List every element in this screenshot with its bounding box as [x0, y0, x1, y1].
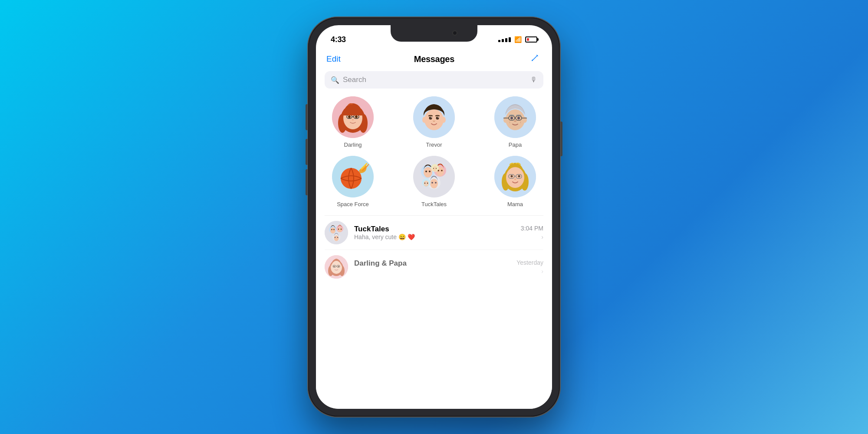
- contact-name-darling: Darling: [344, 141, 362, 148]
- contact-name-mama: Mama: [507, 201, 523, 207]
- svg-point-22: [523, 117, 527, 123]
- msg-avatar-tucktales: [325, 221, 348, 244]
- chevron-right-icon-2: ›: [541, 268, 543, 275]
- contact-name-spaceforce: Space Force: [337, 201, 369, 207]
- svg-point-84: [338, 266, 339, 267]
- phone-body: 4:33 📶: [308, 17, 560, 417]
- camera-dot: [452, 30, 457, 36]
- search-icon: 🔍: [331, 76, 339, 84]
- search-placeholder: Search: [343, 76, 527, 84]
- svg-point-77: [337, 237, 338, 238]
- svg-point-12: [424, 109, 444, 130]
- edit-button[interactable]: Edit: [326, 54, 341, 64]
- msg-preview-text-2: [354, 268, 510, 275]
- msg-time-2: Yesterday: [516, 259, 543, 266]
- screen: 4:33 📶: [316, 25, 552, 409]
- svg-point-15: [429, 117, 432, 120]
- msg-time: 3:04 PM: [521, 225, 543, 232]
- svg-point-72: [338, 229, 339, 230]
- msg-meta-tucktales: 3:04 PM ›: [521, 225, 543, 240]
- svg-point-13: [422, 117, 427, 123]
- svg-point-49: [427, 183, 428, 184]
- notch: [391, 25, 477, 42]
- messages-app: Edit Messages: [316, 48, 552, 409]
- status-time: 4:33: [331, 35, 346, 44]
- avatar-papa: [494, 96, 536, 138]
- svg-point-45: [435, 182, 437, 184]
- svg-point-24: [517, 117, 520, 119]
- avatar-trevor: [413, 96, 455, 138]
- msg-avatar-darling-papa: [325, 255, 348, 279]
- svg-point-76: [335, 237, 335, 238]
- phone-frame: 4:33 📶: [308, 17, 560, 417]
- svg-point-6: [355, 115, 358, 118]
- pinned-contact-darling[interactable]: Darling: [329, 96, 377, 148]
- svg-point-67: [330, 227, 335, 233]
- search-bar[interactable]: 🔍 Search 🎙: [325, 71, 543, 89]
- svg-point-18: [438, 117, 439, 118]
- app-header: Edit Messages: [325, 48, 543, 71]
- battery-icon: [525, 36, 537, 43]
- svg-point-30: [514, 120, 516, 122]
- svg-point-73: [341, 229, 342, 230]
- svg-point-75: [334, 236, 339, 241]
- svg-point-68: [331, 229, 332, 230]
- msg-preview-text: Haha, very cute 😄 ❤️: [354, 233, 515, 240]
- svg-point-36: [425, 171, 427, 172]
- svg-point-23: [510, 117, 513, 119]
- avatar-spaceforce: [332, 156, 374, 197]
- pinned-contacts-row1: Darling: [325, 96, 543, 148]
- pinned-contacts-row2: Space Force: [325, 156, 543, 207]
- pinned-contact-tucktales[interactable]: TuckTales: [410, 156, 458, 207]
- svg-point-83: [333, 266, 335, 267]
- message-item-tucktales[interactable]: TuckTales Haha, very cute 😄 ❤️ 3:04 PM ›: [325, 215, 543, 250]
- svg-point-69: [333, 229, 334, 230]
- svg-point-64: [514, 179, 516, 180]
- avatar-darling: [332, 96, 374, 138]
- svg-point-10: [352, 119, 354, 121]
- svg-point-53: [436, 168, 437, 169]
- pinned-contact-trevor[interactable]: Trevor: [410, 96, 458, 148]
- svg-point-52: [433, 168, 434, 169]
- svg-point-5: [348, 115, 351, 118]
- status-icons: 📶: [498, 36, 537, 43]
- svg-point-44: [431, 182, 433, 184]
- svg-point-63: [518, 175, 520, 178]
- msg-sender-name: TuckTales: [354, 225, 515, 233]
- msg-meta-darling: Yesterday ›: [516, 259, 543, 275]
- svg-point-43: [430, 179, 438, 188]
- svg-point-17: [431, 117, 432, 118]
- svg-point-16: [436, 117, 439, 120]
- svg-point-21: [503, 117, 508, 123]
- contact-name-papa: Papa: [509, 141, 522, 148]
- svg-point-35: [424, 167, 432, 178]
- contact-name-trevor: Trevor: [426, 141, 442, 148]
- compose-icon: [530, 53, 539, 65]
- msg-sender-name-2: Darling & Papa: [354, 259, 510, 268]
- message-item-darling-papa[interactable]: Darling & Papa Yesterday ›: [325, 250, 543, 284]
- svg-point-14: [441, 117, 446, 123]
- svg-point-47: [424, 181, 429, 187]
- pinned-contact-mama[interactable]: Mama: [491, 156, 539, 207]
- avatar-tucktales: [413, 156, 455, 197]
- microphone-icon[interactable]: 🎙: [530, 76, 537, 84]
- avatar-mama: [494, 156, 536, 197]
- pinned-contact-spaceforce[interactable]: Space Force: [329, 156, 377, 207]
- page-title: Messages: [414, 54, 454, 64]
- pinned-contact-papa[interactable]: Papa: [491, 96, 539, 148]
- msg-content-darling-papa: Darling & Papa: [354, 259, 510, 275]
- wifi-icon: 📶: [514, 36, 522, 43]
- svg-point-41: [441, 170, 443, 171]
- svg-point-51: [433, 166, 437, 171]
- svg-point-48: [424, 183, 425, 184]
- svg-point-32: [341, 168, 362, 189]
- svg-point-20: [506, 109, 525, 130]
- msg-content-tucktales: TuckTales Haha, very cute 😄 ❤️: [354, 225, 515, 240]
- compose-button[interactable]: [528, 52, 542, 66]
- svg-point-37: [429, 171, 431, 172]
- svg-point-62: [511, 175, 513, 178]
- signal-icon: [498, 37, 511, 42]
- chevron-right-icon: ›: [541, 233, 543, 240]
- contact-name-tucktales: TuckTales: [421, 201, 447, 207]
